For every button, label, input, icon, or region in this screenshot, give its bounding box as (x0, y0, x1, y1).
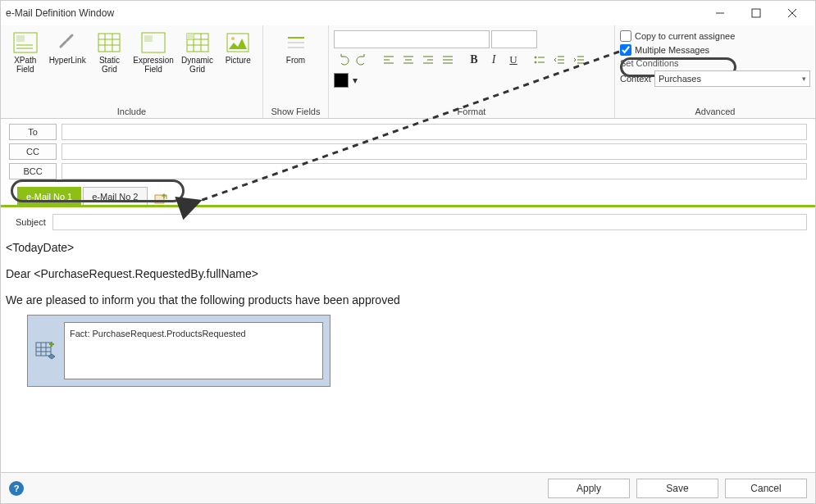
grid-fact-label: Fact: PurchaseRequest.ProductsRequested (64, 322, 323, 379)
cancel-button[interactable]: Cancel (725, 479, 807, 498)
xpath-field-button[interactable]: XPathField (6, 29, 45, 76)
grid-icon (34, 322, 57, 379)
from-button[interactable]: From (271, 29, 321, 67)
dynamic-grid-button[interactable]: DynamicGrid (178, 29, 217, 76)
set-conditions-link[interactable]: Set Conditions (620, 58, 679, 68)
help-button[interactable]: ? (9, 481, 24, 496)
advanced-group-label: Advanced (615, 107, 815, 118)
svg-rect-8 (98, 34, 120, 52)
add-tab-button[interactable] (149, 193, 172, 205)
align-center-button[interactable] (399, 51, 417, 69)
bold-button[interactable]: B (465, 51, 483, 69)
font-size-select[interactable] (491, 30, 537, 48)
body-line: <TodayDate> (6, 238, 810, 258)
titlebar: e-Mail Definition Window (1, 1, 815, 25)
svg-rect-1 (752, 9, 760, 17)
copy-assignee-label: Copy to current assignee (635, 31, 735, 41)
svg-point-40 (535, 61, 536, 63)
tab-email-1[interactable]: e-Mail No 1 (17, 187, 81, 205)
context-label: Context (620, 74, 651, 84)
multiple-messages-checkbox[interactable] (620, 44, 631, 56)
bullets-button[interactable] (531, 51, 549, 69)
maximize-button[interactable] (738, 2, 774, 25)
undo-button[interactable] (334, 51, 352, 69)
email-tabs: e-Mail No 1 e-Mail No 2 (1, 183, 815, 207)
svg-rect-20 (187, 34, 194, 39)
underline-button[interactable]: U (504, 51, 522, 69)
ribbon: XPathField HyperLink StaticGrid Expressi… (1, 25, 815, 119)
redo-button[interactable] (353, 51, 372, 69)
expression-field-button[interactable]: ExpressionField (130, 29, 176, 76)
context-select[interactable]: Purchases ▾ (654, 70, 810, 87)
subject-input[interactable] (52, 214, 807, 230)
svg-rect-49 (36, 343, 51, 356)
email-body-editor[interactable]: <TodayDate> Dear <PurchaseRequest.Reques… (1, 230, 815, 430)
footer: ? Apply Save Cancel (1, 472, 815, 503)
svg-rect-5 (16, 35, 25, 42)
body-line: Dear <PurchaseRequest.RequestedBy.fullNa… (6, 265, 810, 284)
show-fields-label: Show Fields (263, 107, 328, 118)
minimize-button[interactable] (702, 2, 738, 25)
format-group-label: Format (329, 107, 614, 118)
tab-email-2[interactable]: e-Mail No 2 (83, 187, 147, 205)
body-line: We are pleased to inform you that the fo… (6, 291, 810, 311)
multiple-messages-label: Multiple Messages (635, 45, 709, 55)
to-input[interactable] (62, 124, 807, 140)
indent-button[interactable] (570, 51, 588, 69)
include-group-label: Include (1, 107, 262, 118)
color-swatch[interactable] (334, 73, 349, 88)
copy-assignee-checkbox[interactable] (620, 30, 631, 42)
static-grid-button[interactable]: StaticGrid (90, 29, 130, 76)
outdent-button[interactable] (550, 51, 568, 69)
picture-button[interactable]: Picture (218, 29, 258, 76)
color-dropdown-button[interactable]: ▾ (350, 71, 360, 89)
to-button[interactable]: To (9, 124, 57, 140)
hyperlink-button[interactable]: HyperLink (47, 29, 89, 76)
cc-input[interactable] (62, 143, 807, 160)
align-justify-button[interactable] (439, 51, 457, 69)
align-left-button[interactable] (380, 51, 398, 69)
align-right-button[interactable] (419, 51, 437, 69)
dynamic-grid-block[interactable]: Fact: PurchaseRequest.ProductsRequested (27, 315, 331, 387)
svg-point-38 (535, 57, 536, 58)
save-button[interactable]: Save (636, 479, 718, 498)
apply-button[interactable]: Apply (548, 479, 630, 498)
svg-point-22 (231, 37, 235, 40)
subject-label: Subject (16, 217, 46, 227)
italic-button[interactable]: I (485, 51, 503, 69)
cc-button[interactable]: CC (9, 143, 57, 160)
close-button[interactable] (774, 2, 810, 25)
chevron-down-icon: ▾ (802, 75, 806, 83)
svg-rect-14 (144, 35, 153, 42)
bcc-input[interactable] (62, 163, 807, 179)
bcc-button[interactable]: BCC (9, 163, 57, 179)
window-title: e-Mail Definition Window (6, 7, 702, 19)
font-name-select[interactable] (334, 30, 490, 48)
